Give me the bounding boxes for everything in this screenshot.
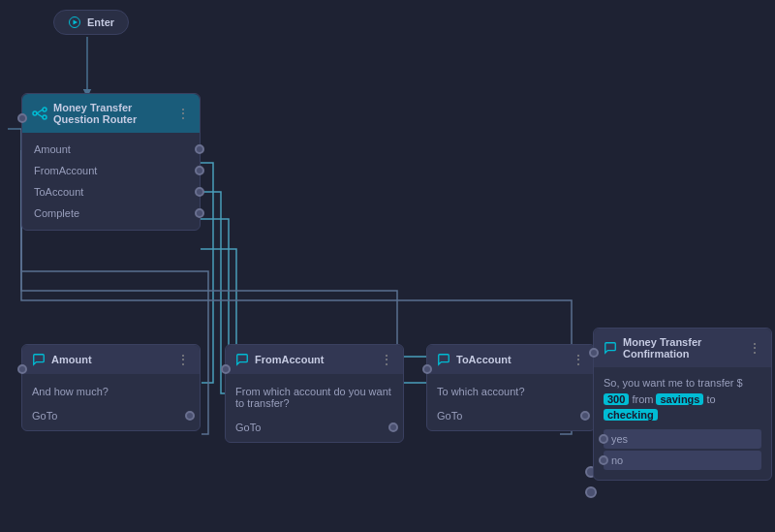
router-icon	[32, 106, 47, 121]
svg-point-7	[43, 108, 46, 111]
confirm-input-port	[589, 348, 599, 358]
amount-node-header: Amount ⋮	[22, 345, 200, 374]
amount-node: Amount ⋮ And how much? GoTo	[21, 344, 201, 431]
chat-icon-3	[437, 353, 450, 366]
svg-line-9	[37, 110, 43, 113]
fromaccount-goto-port	[388, 422, 398, 432]
amount-question-text: And how much?	[32, 382, 190, 405]
router-input-port	[17, 113, 27, 123]
toaccount-input-port	[422, 364, 432, 374]
port-amount	[195, 144, 204, 154]
confirm-title: Money TransferConfirmation	[623, 336, 701, 360]
play-icon	[68, 16, 81, 29]
fromaccount-title: FromAccount	[255, 354, 325, 365]
fromaccount-menu[interactable]: ⋮	[380, 353, 393, 366]
fromaccount-node: FromAccount ⋮ From which account do you …	[225, 344, 404, 443]
toaccount-goto: GoTo	[437, 405, 585, 426]
amount-input-port	[17, 364, 27, 374]
fromaccount-goto: GoTo	[235, 417, 393, 438]
svg-line-10	[37, 113, 43, 117]
router-node: Money TransferQuestion Router ⋮ Amount F…	[21, 93, 201, 231]
confirm-menu[interactable]: ⋮	[748, 341, 761, 355]
enter-node: Enter	[53, 10, 129, 35]
fromaccount-question: From which account do you want to transf…	[235, 382, 393, 417]
confirm-text: So, you want me to transfer $ 300 from s…	[604, 375, 761, 423]
toaccount-header: ToAccount ⋮	[427, 345, 595, 374]
confirm-no: no	[604, 451, 761, 470]
enter-label: Enter	[87, 16, 114, 28]
router-menu-btn[interactable]: ⋮	[176, 107, 190, 120]
svg-point-6	[33, 111, 37, 115]
router-slot-amount: Amount	[22, 139, 200, 160]
fromaccount-header: FromAccount ⋮	[226, 345, 403, 374]
confirm-yes: yes	[604, 429, 761, 449]
svg-marker-5	[74, 20, 78, 25]
to-account-highlight: checking	[604, 409, 658, 421]
amount-node-menu[interactable]: ⋮	[176, 353, 190, 366]
yes-port	[599, 434, 608, 444]
toaccount-body: To which account? GoTo	[427, 374, 595, 430]
no-port	[599, 455, 608, 465]
port-fromaccount	[195, 166, 204, 175]
amount-node-body: And how much? GoTo	[22, 374, 200, 430]
toaccount-question: To which account?	[437, 382, 585, 405]
fromaccount-body: From which account do you want to transf…	[226, 374, 403, 442]
amount-goto: GoTo	[32, 405, 190, 426]
chat-icon	[32, 353, 46, 366]
svg-point-3	[586, 487, 596, 497]
toaccount-node: ToAccount ⋮ To which account? GoTo	[426, 344, 596, 431]
amount-node-title: Amount	[51, 354, 92, 365]
confirm-node: Money TransferConfirmation ⋮ So, you wan…	[593, 328, 772, 481]
toaccount-title: ToAccount	[456, 354, 512, 365]
fromaccount-input-port	[221, 364, 231, 374]
chat-icon-2	[235, 353, 249, 366]
router-title: Money TransferQuestion Router	[53, 102, 137, 125]
toaccount-goto-port	[580, 411, 590, 421]
svg-point-8	[43, 115, 46, 119]
confirm-options: yes no	[604, 429, 761, 470]
transfer-amount: 300	[604, 393, 629, 405]
chat-icon-4	[604, 341, 617, 355]
router-body: Amount FromAccount ToAccount Complete	[22, 133, 200, 230]
router-slot-fromaccount: FromAccount	[22, 160, 200, 181]
port-complete	[195, 208, 204, 218]
router-slot-toaccount: ToAccount	[22, 181, 200, 203]
toaccount-menu[interactable]: ⋮	[572, 353, 585, 366]
amount-goto-port	[185, 411, 195, 421]
router-header: Money TransferQuestion Router ⋮	[22, 94, 200, 133]
from-account-highlight: savings	[656, 393, 703, 405]
router-slot-complete: Complete	[22, 203, 200, 224]
confirm-header: Money TransferConfirmation ⋮	[594, 329, 771, 367]
port-toaccount	[195, 187, 204, 197]
confirm-body: So, you want me to transfer $ 300 from s…	[594, 367, 771, 480]
